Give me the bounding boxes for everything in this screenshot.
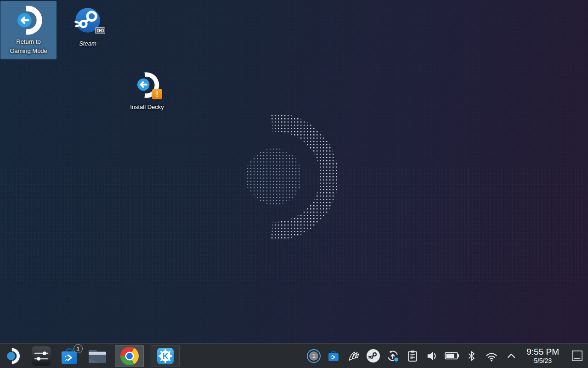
desktop-icon-label: Install Decky	[130, 103, 164, 112]
tray-steam[interactable]	[366, 346, 380, 366]
steam-icon	[367, 349, 380, 362]
tray-expand-arrow[interactable]	[504, 346, 519, 366]
tray-notification-count[interactable]: 1	[306, 346, 321, 366]
kde-k-icon: K	[157, 347, 174, 365]
desktop-icon-steam[interactable]: Steam	[59, 1, 117, 48]
bluetooth-icon	[466, 351, 477, 362]
desktop-icon-return-to-gaming-mode[interactable]: Return to Gaming Mode	[0, 1, 57, 59]
desktop-icon-label: Return to Gaming Mode	[7, 37, 50, 56]
tray-volume[interactable]	[425, 346, 440, 366]
folder-icon	[87, 346, 107, 366]
file-manager-button[interactable]	[87, 345, 108, 367]
tray-wifi[interactable]	[484, 346, 499, 366]
return-to-gaming-mode-icon	[14, 6, 43, 35]
clock-widget[interactable]: 9:55 PM 5/5/23	[526, 347, 559, 364]
show-desktop-icon	[571, 350, 583, 362]
desktop-wallpaper: Return to Gaming Mode	[0, 0, 588, 343]
screen: Return to Gaming Mode	[0, 0, 588, 368]
kde-task-button[interactable]: K	[151, 345, 180, 367]
volume-icon	[426, 350, 439, 362]
system-update-icon	[386, 350, 399, 362]
notification-ring-icon: 1	[307, 349, 321, 363]
taskbar: 1	[0, 343, 588, 368]
tray-battery[interactable]	[445, 346, 459, 366]
shortcut-link-emblem	[95, 27, 105, 34]
clock-time: 9:55 PM	[526, 347, 559, 357]
battery-icon	[445, 351, 459, 361]
desktop-icon-label: Steam	[79, 39, 96, 48]
show-desktop-button[interactable]	[569, 345, 585, 367]
svg-text:K: K	[162, 352, 168, 361]
steam-deck-launcher-icon	[5, 347, 22, 365]
discover-update-badge: 1	[74, 344, 83, 353]
tray-feather[interactable]	[346, 346, 361, 366]
tray-system-update[interactable]	[385, 346, 400, 366]
quick-settings-button[interactable]	[31, 345, 52, 367]
app-launcher-button[interactable]	[3, 345, 24, 367]
tray-discover[interactable]	[326, 346, 341, 366]
desktop-icon-install-decky[interactable]: ! Install Decky	[118, 68, 176, 112]
notification-count-label: 1	[309, 351, 318, 361]
chrome-icon	[120, 347, 139, 365]
discover-bag-icon	[327, 350, 340, 362]
steam-deck-dotted-logo	[243, 109, 337, 247]
chevron-up-icon	[506, 351, 517, 362]
tray-bluetooth[interactable]	[464, 346, 479, 366]
clock-date: 5/5/23	[526, 357, 559, 364]
discover-store-button[interactable]: 1	[59, 345, 80, 367]
wifi-icon	[485, 350, 498, 362]
clipboard-icon	[407, 350, 418, 362]
warning-badge: !	[152, 89, 162, 99]
chrome-task-button[interactable]	[115, 345, 144, 367]
tray-clipboard[interactable]	[405, 346, 420, 366]
sliders-icon	[31, 346, 51, 366]
feather-icon	[347, 350, 360, 362]
